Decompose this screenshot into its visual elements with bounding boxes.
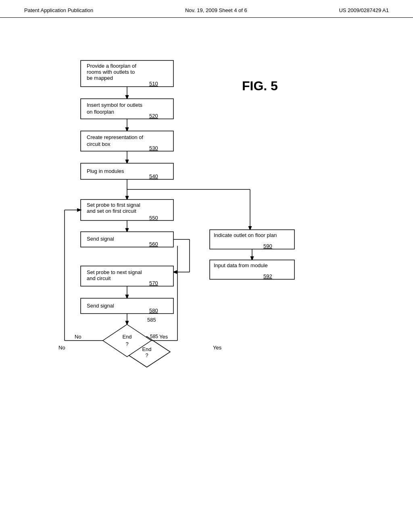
svg-text:580: 580 xyxy=(149,308,158,314)
svg-text:Plug in modules: Plug in modules xyxy=(87,168,124,174)
svg-text:rooms with outlets to: rooms with outlets to xyxy=(87,69,135,75)
svg-text:Indicate outlet on floor plan: Indicate outlet on floor plan xyxy=(214,232,277,238)
svg-text:Yes: Yes xyxy=(159,334,168,340)
svg-marker-46 xyxy=(103,324,151,357)
svg-text:530: 530 xyxy=(149,145,158,151)
svg-text:Create representation of: Create representation of xyxy=(87,134,144,140)
svg-text:550: 550 xyxy=(149,215,158,221)
svg-text:Provide a floorplan of: Provide a floorplan of xyxy=(87,63,136,69)
header-right: US 2009/0287429 A1 xyxy=(339,7,389,13)
svg-text:Insert symbol for outlets: Insert symbol for outlets xyxy=(87,102,142,108)
svg-text:be mapped: be mapped xyxy=(87,75,113,81)
svg-text:and circuit: and circuit xyxy=(87,275,111,281)
svg-text:No: No xyxy=(75,334,81,340)
svg-text:510: 510 xyxy=(149,81,158,87)
svg-text:and set on first circuit: and set on first circuit xyxy=(87,208,136,214)
svg-text:Send signal: Send signal xyxy=(87,236,114,242)
svg-text:on floorplan: on floorplan xyxy=(87,109,114,115)
svg-text:End: End xyxy=(122,334,131,340)
svg-text:?: ? xyxy=(125,341,128,347)
svg-text:540: 540 xyxy=(149,173,158,179)
header-left: Patent Application Publication xyxy=(24,7,93,13)
svg-text:560: 560 xyxy=(149,241,158,247)
page-header: Patent Application Publication Nov. 19, … xyxy=(0,0,413,18)
header-center: Nov. 19, 2009 Sheet 4 of 6 xyxy=(185,7,247,13)
flowchart-container: Provide a floorplan of rooms with outlet… xyxy=(40,52,355,496)
svg-text:585: 585 xyxy=(147,317,156,323)
svg-text:570: 570 xyxy=(149,280,158,286)
svg-text:520: 520 xyxy=(149,113,158,119)
svg-text:Send signal: Send signal xyxy=(87,303,114,309)
svg-text:circuit box: circuit box xyxy=(87,141,111,147)
svg-text:Set probe to next signal: Set probe to next signal xyxy=(87,269,142,275)
svg-text:592: 592 xyxy=(263,273,272,279)
svg-text:590: 590 xyxy=(263,243,272,249)
svg-text:Set probe to first signal: Set probe to first signal xyxy=(87,202,140,208)
svg-text:Input data from module: Input data from module xyxy=(214,262,268,268)
